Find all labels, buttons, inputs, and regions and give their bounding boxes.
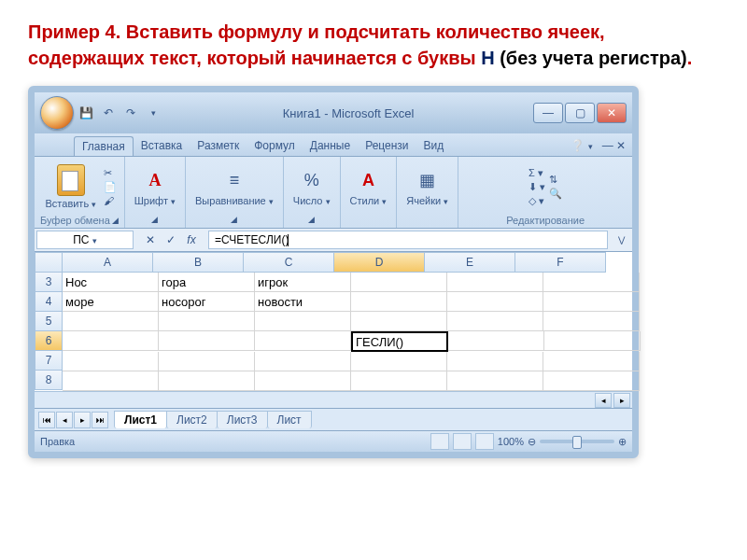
formula-bar[interactable]: =СЧЕТЕСЛИ() [208, 231, 608, 249]
expand-formula-bar-icon[interactable]: ⋁ [612, 231, 630, 248]
sheet-nav-prev-icon[interactable]: ◂ [56, 412, 73, 428]
qat-redo-icon[interactable]: ↷ [120, 103, 141, 123]
paste-button[interactable]: Вставить ▾ [42, 162, 101, 211]
copy-icon[interactable]: 📄 [104, 181, 117, 193]
cells-button[interactable]: ▦ Ячейки ▾ [402, 165, 452, 208]
cell-d7[interactable] [351, 352, 447, 371]
sheet-tab-3[interactable]: Лист3 [217, 411, 268, 428]
zoom-in-icon[interactable]: ⊕ [618, 436, 627, 448]
sheet-nav-next-icon[interactable]: ▸ [74, 412, 91, 428]
office-button[interactable] [40, 96, 74, 130]
find-icon[interactable]: 🔍 [549, 188, 562, 200]
alignment-button[interactable]: ≡ Выравнивание ▾ [191, 165, 277, 208]
scroll-right-icon[interactable]: ▸ [613, 393, 630, 408]
sheet-tab-2[interactable]: Лист2 [166, 411, 218, 428]
row-header-7[interactable]: 7 [35, 351, 63, 371]
cell-b6[interactable] [159, 331, 255, 351]
cell-a8[interactable] [63, 371, 159, 391]
cell-f6[interactable] [544, 331, 641, 351]
cell-c7[interactable] [255, 352, 351, 371]
tab-insert[interactable]: Вставка [134, 136, 190, 156]
cell-e8[interactable] [447, 371, 543, 391]
sheet-tab-4[interactable]: Лист [267, 411, 312, 428]
cell-e5[interactable] [447, 312, 543, 331]
name-box[interactable]: ПС ▾ [36, 231, 134, 249]
cell-f3[interactable] [543, 273, 640, 292]
fx-icon[interactable]: fx [182, 231, 201, 248]
cell-b3[interactable]: гора [159, 273, 255, 292]
fill-icon[interactable]: ⬇ ▾ [529, 181, 545, 193]
cell-b7[interactable] [159, 352, 255, 371]
cell-e3[interactable] [447, 273, 543, 292]
sheet-tab-1[interactable]: Лист1 [114, 411, 167, 428]
clear-icon[interactable]: ◇ ▾ [529, 195, 545, 207]
tab-formulas[interactable]: Формул [247, 136, 303, 156]
minimize-button[interactable]: — [533, 103, 563, 123]
format-painter-icon[interactable]: 🖌 [104, 195, 117, 206]
cell-c8[interactable] [255, 371, 351, 391]
cell-d6[interactable]: ГЕСЛИ() [351, 331, 448, 352]
col-header-d[interactable]: D [334, 252, 425, 273]
qat-customize-icon[interactable]: ▾ [143, 103, 163, 123]
cell-e7[interactable] [447, 352, 543, 371]
cell-d3[interactable] [351, 273, 447, 292]
col-header-e[interactable]: E [425, 252, 515, 273]
sheet-nav-first-icon[interactable]: ⏮ [38, 412, 55, 428]
row-header-5[interactable]: 5 [35, 312, 63, 331]
row-header-6[interactable]: 6 [35, 331, 63, 351]
cell-b4[interactable]: носорог [159, 292, 255, 312]
zoom-slider[interactable] [540, 440, 614, 443]
qat-save-icon[interactable]: 💾 [76, 103, 96, 123]
zoom-out-icon[interactable]: ⊖ [528, 436, 536, 448]
tab-data[interactable]: Данные [303, 136, 358, 156]
cell-b5[interactable] [159, 312, 255, 331]
cell-d8[interactable] [351, 371, 447, 391]
qat-undo-icon[interactable]: ↶ [98, 103, 119, 123]
cell-c4[interactable]: новости [255, 292, 351, 312]
cell-f4[interactable] [543, 292, 640, 312]
col-header-c[interactable]: C [244, 252, 334, 273]
minimize-ribbon-icon[interactable]: — ✕ [599, 136, 629, 156]
cell-a5[interactable] [63, 312, 159, 331]
cancel-formula-icon[interactable]: ✕ [141, 231, 160, 248]
cell-b8[interactable] [159, 371, 255, 391]
row-header-4[interactable]: 4 [35, 292, 63, 312]
tab-view[interactable]: Вид [416, 136, 452, 156]
scroll-left-icon[interactable]: ◂ [595, 393, 612, 408]
view-normal-icon[interactable] [430, 433, 449, 450]
row-header-3[interactable]: 3 [35, 273, 63, 292]
cell-e6[interactable] [448, 331, 544, 351]
tab-layout[interactable]: Разметк [190, 136, 247, 156]
cell-d5[interactable] [351, 312, 447, 331]
cell-d4[interactable] [351, 292, 447, 312]
row-header-8[interactable]: 8 [35, 371, 63, 390]
horizontal-scrollbar[interactable]: ◂ ▸ [35, 391, 632, 408]
styles-button[interactable]: A Стили ▾ [346, 165, 391, 208]
cell-a4[interactable]: море [63, 292, 159, 312]
autosum-icon[interactable]: Σ ▾ [529, 167, 545, 179]
sheet-nav-last-icon[interactable]: ⏭ [92, 412, 108, 428]
enter-formula-icon[interactable]: ✓ [162, 231, 180, 248]
cell-a3[interactable]: Нос [63, 273, 159, 292]
cell-f8[interactable] [543, 371, 640, 391]
col-header-b[interactable]: B [153, 252, 244, 273]
tab-home[interactable]: Главная [74, 136, 134, 156]
sort-filter-icon[interactable]: ⇅ [549, 174, 562, 186]
view-pagebreak-icon[interactable] [475, 433, 494, 450]
font-button[interactable]: А Шрифт ▾ [131, 165, 179, 208]
help-icon[interactable]: ❔ ▾ [565, 136, 598, 156]
number-button[interactable]: % Число ▾ [289, 165, 334, 208]
cut-icon[interactable]: ✂ [104, 167, 117, 179]
cell-c6[interactable] [255, 331, 351, 351]
cell-f7[interactable] [543, 352, 640, 371]
cell-a7[interactable] [63, 352, 159, 371]
maximize-button[interactable]: ▢ [565, 103, 595, 123]
cell-f5[interactable] [543, 312, 640, 331]
select-all-corner[interactable] [35, 252, 63, 273]
view-layout-icon[interactable] [453, 433, 472, 450]
cell-c5[interactable] [255, 312, 351, 331]
zoom-level[interactable]: 100% [498, 436, 524, 447]
cell-c3[interactable]: игрок [255, 273, 351, 292]
col-header-f[interactable]: F [515, 252, 606, 273]
cell-e4[interactable] [447, 292, 543, 312]
